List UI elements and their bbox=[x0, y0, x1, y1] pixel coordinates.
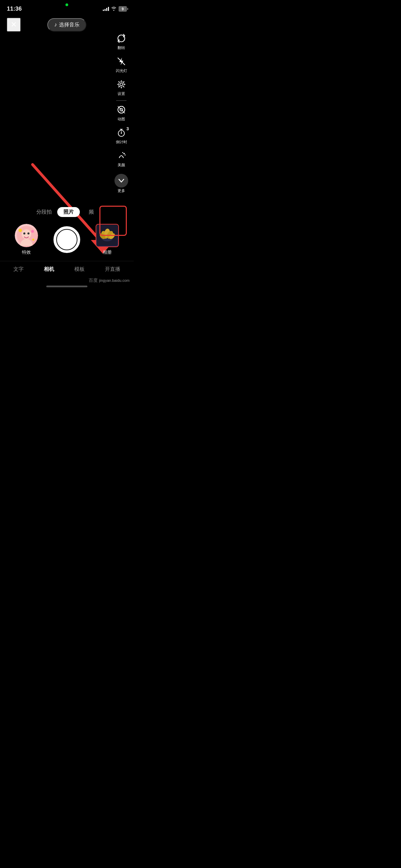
beauty-icon bbox=[117, 151, 126, 162]
tab-camera[interactable]: 相机 bbox=[40, 265, 58, 274]
right-sidebar: 翻转 闪光灯 设置 bbox=[113, 31, 130, 196]
segment-mode-label: 分段拍 bbox=[36, 209, 52, 215]
music-select-button[interactable]: ♪ 选择音乐 bbox=[47, 18, 86, 32]
baidu-icon: 百度 bbox=[89, 277, 98, 284]
sidebar-item-flash[interactable]: 闪光灯 bbox=[114, 54, 129, 76]
bar1 bbox=[103, 10, 104, 11]
svg-point-19 bbox=[22, 229, 31, 239]
shutter-button[interactable] bbox=[53, 226, 80, 253]
svg-point-12 bbox=[123, 153, 125, 154]
svg-point-13 bbox=[122, 152, 123, 153]
svg-point-25 bbox=[32, 239, 34, 241]
svg-point-10 bbox=[121, 133, 122, 134]
sidebar-divider bbox=[116, 100, 126, 101]
sidebar-item-gif[interactable]: 动图 bbox=[115, 102, 127, 124]
battery-icon: 9 bbox=[119, 6, 127, 12]
sidebar-item-beauty[interactable]: 美颜 bbox=[115, 148, 127, 170]
bottom-area: 分段拍 照片 频 bbox=[0, 207, 134, 289]
status-bar: 11:36 9 bbox=[0, 0, 134, 15]
timer-label: 倒计时 bbox=[116, 140, 127, 145]
svg-point-23 bbox=[19, 229, 22, 232]
sidebar-item-timer[interactable]: 3 倒计时 bbox=[114, 125, 129, 147]
close-button[interactable]: ✕ bbox=[7, 18, 21, 32]
photo-mode-tab[interactable]: 照片 bbox=[57, 207, 80, 217]
tab-live[interactable]: 开直播 bbox=[101, 265, 124, 274]
effects-face-icon bbox=[15, 224, 38, 247]
svg-point-22 bbox=[27, 232, 29, 234]
chevron-down-icon[interactable] bbox=[114, 174, 128, 188]
effects-label: 特效 bbox=[22, 249, 31, 255]
bar3 bbox=[106, 8, 107, 11]
svg-point-21 bbox=[23, 232, 25, 234]
gif-label: 动图 bbox=[118, 117, 125, 122]
nav-tabs: 文字 相机 模板 开直播 bbox=[0, 261, 134, 276]
bar2 bbox=[105, 9, 106, 11]
status-icons: 9 bbox=[103, 6, 127, 12]
sidebar-item-flip[interactable]: 翻转 bbox=[115, 31, 127, 53]
baidu-url: jingyan.baidu.com bbox=[99, 278, 130, 282]
shutter-inner bbox=[56, 229, 77, 250]
sidebar-item-settings[interactable]: 设置 bbox=[115, 77, 127, 99]
bar4 bbox=[108, 7, 109, 11]
sidebar-item-more[interactable]: 更多 bbox=[113, 171, 130, 196]
effects-thumbnail bbox=[15, 224, 38, 247]
more-label: 更多 bbox=[118, 188, 125, 193]
home-indicator bbox=[46, 286, 87, 287]
album-label: 相册 bbox=[103, 249, 112, 255]
controls-row: 特效 bbox=[0, 220, 134, 261]
timer-badge-label: 3 bbox=[126, 126, 129, 131]
album-thumbnail bbox=[96, 224, 119, 247]
status-time: 11:36 bbox=[7, 5, 22, 12]
video-mode-tab[interactable]: 频 bbox=[85, 207, 97, 217]
flash-label: 闪光灯 bbox=[116, 68, 127, 73]
timer-icon: 3 bbox=[117, 128, 126, 139]
svg-point-1 bbox=[120, 83, 123, 86]
gear-icon bbox=[117, 80, 126, 91]
wifi-icon bbox=[111, 6, 117, 12]
album-flowers-icon bbox=[96, 225, 118, 246]
music-select-label: 选择音乐 bbox=[59, 22, 80, 28]
svg-point-24 bbox=[31, 230, 34, 233]
baidu-watermark: 百度 jingyan.baidu.com bbox=[0, 276, 134, 284]
green-dot bbox=[65, 3, 68, 6]
flash-off-icon bbox=[117, 57, 126, 68]
flip-icon bbox=[117, 34, 126, 45]
album-button[interactable]: 相册 bbox=[96, 224, 119, 255]
signal-bars-icon bbox=[103, 7, 109, 11]
tab-template[interactable]: 模板 bbox=[71, 265, 88, 274]
svg-point-14 bbox=[125, 155, 126, 156]
music-note-icon: ♪ bbox=[54, 22, 57, 28]
settings-label: 设置 bbox=[118, 91, 125, 96]
beauty-label: 美颜 bbox=[118, 162, 125, 168]
flip-label: 翻转 bbox=[118, 45, 125, 50]
gif-icon bbox=[117, 105, 126, 116]
tab-text[interactable]: 文字 bbox=[10, 265, 27, 274]
mode-row: 分段拍 照片 频 bbox=[0, 207, 134, 220]
effects-button[interactable]: 特效 bbox=[15, 224, 38, 255]
